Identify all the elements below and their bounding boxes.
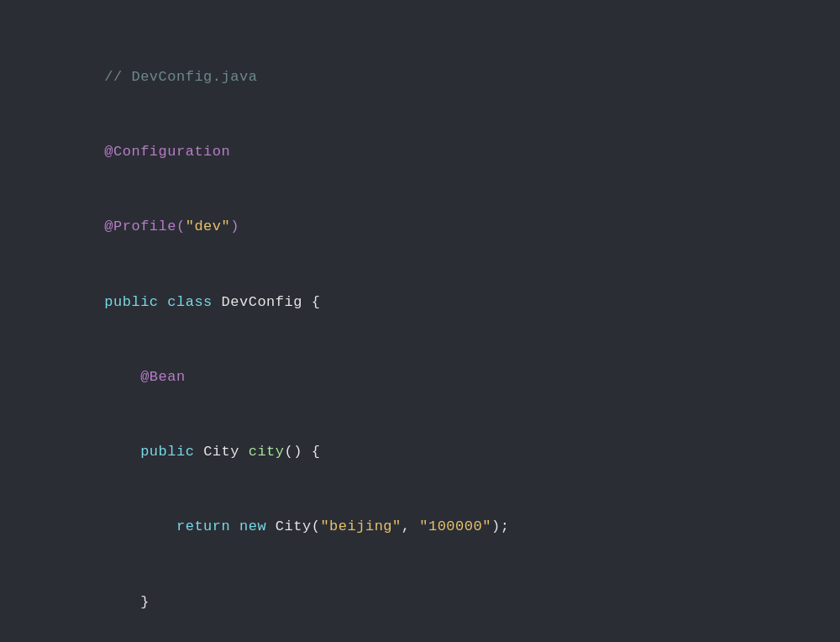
devconfig-class-decl: public class DevConfig { [50, 265, 790, 339]
devconfig-method-decl: public City city() { [50, 414, 790, 489]
devconfig-inner-close-brace: } [50, 565, 790, 628]
devconfig-block: // DevConfig.java @Configuration @Profil… [50, 39, 790, 628]
code-container: // DevConfig.java @Configuration @Profil… [17, 14, 823, 628]
devconfig-annotation1: @Configuration [50, 114, 790, 189]
devconfig-bean-annotation: @Bean [50, 339, 790, 414]
devconfig-return: return new City("beijing", "100000"); [50, 490, 790, 565]
devconfig-comment: // DevConfig.java [50, 39, 790, 114]
devconfig-annotation2: @Profile("dev") [50, 190, 790, 265]
